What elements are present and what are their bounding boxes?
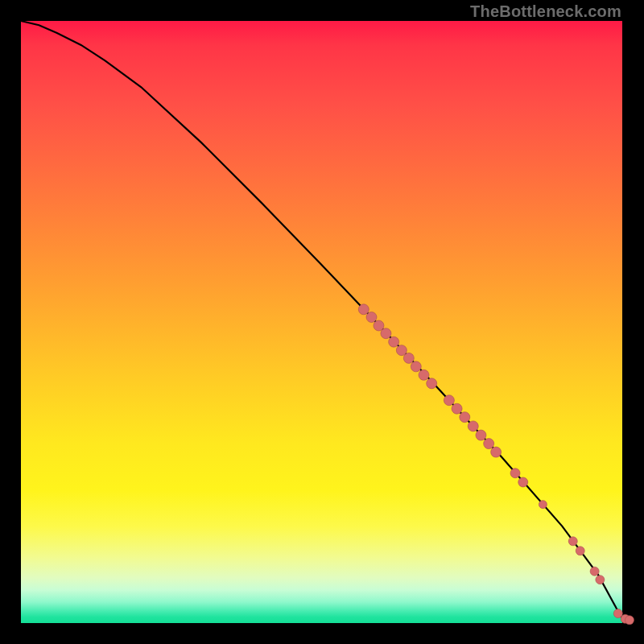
- data-point: [411, 361, 421, 372]
- data-point: [358, 304, 369, 315]
- data-point: [468, 421, 478, 431]
- chart-frame: TheBottleneck.com: [0, 0, 644, 644]
- watermark-text: TheBottleneck.com: [470, 2, 621, 21]
- chart-overlay: [21, 21, 622, 623]
- data-point: [590, 567, 599, 576]
- data-point: [518, 477, 528, 487]
- data-point: [374, 320, 384, 331]
- data-point: [539, 501, 547, 509]
- data-point: [625, 616, 634, 625]
- data-point: [427, 378, 437, 389]
- data-point: [452, 403, 462, 414]
- data-point: [484, 439, 494, 449]
- data-point: [460, 412, 470, 423]
- data-point: [403, 353, 414, 363]
- data-point: [568, 537, 577, 546]
- data-point: [366, 312, 377, 323]
- data-point: [613, 609, 622, 618]
- data-point: [381, 328, 391, 339]
- data-point: [576, 547, 584, 555]
- data-point: [476, 430, 486, 440]
- data-point: [596, 576, 605, 584]
- data-point: [389, 336, 399, 347]
- data-point: [444, 395, 454, 406]
- data-point: [510, 469, 520, 478]
- data-point: [491, 447, 502, 457]
- points-group: [358, 304, 634, 625]
- data-point: [419, 369, 429, 380]
- trend-curve: [21, 21, 622, 618]
